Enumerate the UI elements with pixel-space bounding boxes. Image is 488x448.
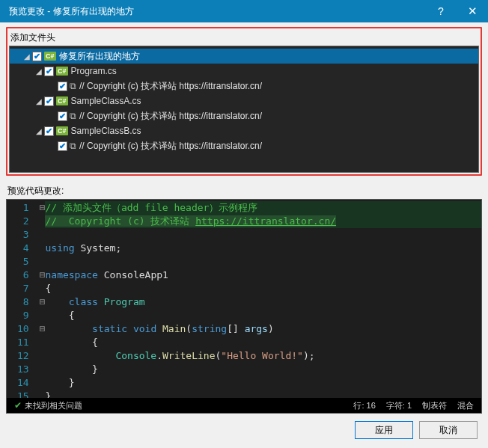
tree-change-label: // Copyright (c) 技术译站 https://ittranslat… xyxy=(79,80,262,93)
checkbox[interactable]: ✔ xyxy=(44,126,54,136)
collapse-icon[interactable]: ◢ xyxy=(34,97,44,105)
csharp-icon: C# xyxy=(56,96,68,105)
csharp-icon: C# xyxy=(56,67,68,76)
tree-file-label: SampleClassB.cs xyxy=(71,126,141,136)
tree-file-row[interactable]: ◢ ✔ C# SampleClassA.cs xyxy=(10,93,478,108)
tree-change-row[interactable]: ✔ ⧉ // Copyright (c) 技术译站 https://ittran… xyxy=(10,138,478,153)
status-mix: 混合 xyxy=(457,400,474,411)
header-icon: ⧉ xyxy=(70,141,76,151)
checkbox[interactable]: ✔ xyxy=(32,52,42,61)
cancel-button[interactable]: 取消 xyxy=(419,421,478,439)
tree-root-label: 修复所有出现的地方 xyxy=(59,50,140,63)
apply-button[interactable]: 应用 xyxy=(355,421,413,439)
tree-file-row[interactable]: ◢ ✔ C# SampleClassB.cs xyxy=(10,123,478,138)
line-gutter: 1 2 3 4 5 6 7 8 9 10 11 12 13 14 15 16 xyxy=(7,200,35,398)
header-icon: ⧉ xyxy=(70,81,76,91)
tree-highlight-frame: 添加文件头 ◢ ✔ C# 修复所有出现的地方 ◢ ✔ C# Program.cs xyxy=(6,27,482,176)
checkbox[interactable]: ✔ xyxy=(44,67,54,76)
dialog-buttons: 应用 取消 xyxy=(6,414,482,442)
tree-file-label: SampleClassA.cs xyxy=(71,96,141,106)
tree-change-label: // Copyright (c) 技术译站 https://ittranslat… xyxy=(79,110,262,123)
status-line: 行: 16 xyxy=(353,400,375,411)
editor-statusbar: ✔未找到相关问题 行: 16 字符: 1 制表符 混合 xyxy=(7,398,481,413)
tree-change-label: // Copyright (c) 技术译站 https://ittranslat… xyxy=(79,140,262,153)
collapse-icon[interactable]: ◢ xyxy=(34,127,44,135)
help-button[interactable]: ? xyxy=(425,0,457,22)
tree-change-row[interactable]: ✔ ⧉ // Copyright (c) 技术译站 https://ittran… xyxy=(10,79,478,93)
collapse-icon[interactable]: ◢ xyxy=(22,52,32,61)
checkbox[interactable]: ✔ xyxy=(58,111,67,121)
content: 添加文件头 ◢ ✔ C# 修复所有出现的地方 ◢ ✔ C# Program.cs xyxy=(0,22,488,448)
status-tab: 制表符 xyxy=(422,400,447,411)
csharp-icon: C# xyxy=(44,52,56,61)
dialog-window: 预览更改 - 修复所有出现的地方 ? ✕ 添加文件头 ◢ ✔ C# 修复所有出现… xyxy=(0,0,488,448)
tree-section-label: 添加文件头 xyxy=(10,31,479,44)
tree-file-row[interactable]: ◢ ✔ C# Program.cs xyxy=(10,64,478,79)
status-char: 字符: 1 xyxy=(386,400,412,411)
ok-icon: ✔ xyxy=(14,400,22,411)
window-title: 预览更改 - 修复所有出现的地方 xyxy=(9,5,425,18)
checkbox[interactable]: ✔ xyxy=(58,82,67,91)
titlebar: 预览更改 - 修复所有出现的地方 ? ✕ xyxy=(0,0,488,22)
tree-change-row[interactable]: ✔ ⧉ // Copyright (c) 技术译站 https://ittran… xyxy=(10,108,478,123)
changes-tree[interactable]: ◢ ✔ C# 修复所有出现的地方 ◢ ✔ C# Program.cs ✔ ⧉ xyxy=(9,46,479,173)
code-section-label: 预览代码更改: xyxy=(7,185,64,197)
collapse-icon[interactable]: ◢ xyxy=(34,67,44,76)
code-content[interactable]: ⊟// 添加头文件（add file header）示例程序 // Copyri… xyxy=(35,200,481,398)
checkbox[interactable]: ✔ xyxy=(44,96,54,106)
tree-file-label: Program.cs xyxy=(71,66,117,76)
close-button[interactable]: ✕ xyxy=(457,0,488,22)
checkbox[interactable]: ✔ xyxy=(58,141,67,151)
status-no-issues: 未找到相关问题 xyxy=(25,401,82,410)
header-icon: ⧉ xyxy=(70,111,76,121)
csharp-icon: C# xyxy=(56,126,68,135)
code-editor[interactable]: 1 2 3 4 5 6 7 8 9 10 11 12 13 14 15 16 ⊟… xyxy=(6,199,482,414)
tree-root-row[interactable]: ◢ ✔ C# 修复所有出现的地方 xyxy=(10,49,478,64)
